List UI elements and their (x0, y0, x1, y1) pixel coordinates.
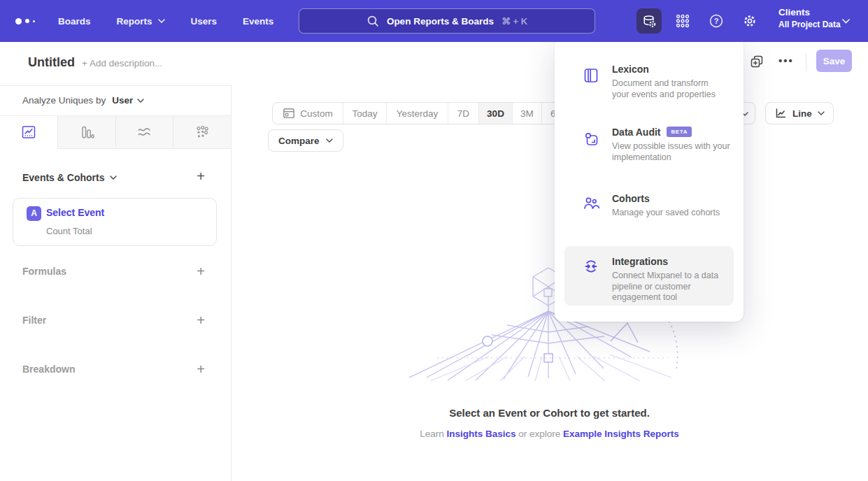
chart-style-dropdown[interactable]: Line (765, 102, 834, 124)
add-breakdown-button[interactable]: + (193, 362, 208, 376)
nav-label: Reports (117, 16, 152, 27)
global-search-input[interactable]: Open Reports & Boards ⌘ + K (299, 8, 595, 34)
line-chart-tab-icon (21, 124, 36, 140)
add-description-field[interactable]: + Add description... (82, 58, 162, 69)
empty-state-title: Select an Event or Cohort to get started… (231, 407, 868, 419)
mixpanel-logo-icon[interactable] (15, 0, 35, 42)
nav-item-reports[interactable]: Reports (117, 16, 165, 27)
example-reports-link[interactable]: Example Insights Reports (563, 429, 679, 439)
analyze-value: User (112, 95, 133, 106)
line-chart-icon (774, 107, 787, 120)
date-range-7d[interactable]: 7D (448, 103, 478, 124)
tab-line-chart[interactable] (0, 116, 57, 149)
nav-label: Boards (58, 16, 91, 27)
date-range-3m[interactable]: 3M (512, 103, 541, 124)
help-icon: ? (709, 13, 724, 29)
breakdown-section-header: Breakdown (22, 364, 75, 375)
filter-section-header: Filter (22, 315, 46, 326)
date-range-control: Custom Today Yesterday 7D 30D 3M 6M (272, 102, 573, 124)
formulas-section-header: Formulas (22, 266, 66, 277)
date-range-label: 3M (520, 108, 534, 119)
chevron-down-icon (158, 19, 165, 23)
gear-icon (742, 13, 757, 29)
empty-state-subtitle: Learn Insights Basics or explore Example… (231, 429, 868, 439)
nav-item-events[interactable]: Events (243, 16, 273, 27)
menu-item-integrations[interactable]: Integrations Connect Mixpanel to a data … (564, 246, 734, 306)
events-cohorts-header[interactable]: Events & Cohorts (22, 172, 117, 183)
calendar-icon (283, 107, 295, 120)
nav-item-boards[interactable]: Boards (58, 16, 91, 27)
data-audit-icon (583, 131, 599, 148)
menu-item-title: Data Audit (612, 127, 660, 138)
menu-item-lexicon[interactable]: Lexicon Document and transform your even… (564, 64, 734, 100)
insights-basics-link[interactable]: Insights Basics (446, 429, 515, 439)
date-range-label: Today (352, 108, 377, 119)
help-button[interactable]: ? (709, 13, 724, 29)
event-card[interactable]: A Select Event Count Total (13, 198, 217, 246)
more-options-button[interactable]: ••• (778, 55, 795, 69)
menu-item-cohorts[interactable]: Cohorts Manage your saved cohorts (564, 193, 734, 219)
search-icon (367, 15, 379, 27)
menu-item-description: Connect Mixpanel to a data pipeline or c… (612, 271, 735, 303)
explore-text: or explore (518, 429, 560, 439)
database-gear-icon (642, 14, 657, 29)
project-switcher[interactable]: Clients All Project Data (778, 7, 841, 29)
date-range-label: Custom (300, 108, 333, 119)
menu-item-description: View possible issues with your implement… (612, 141, 739, 163)
events-cohorts-label: Events & Cohorts (22, 172, 104, 183)
date-range-yesterday[interactable]: Yesterday (386, 103, 448, 124)
analyze-uniques-control[interactable]: Analyze Uniques by User (22, 95, 144, 106)
nav-label: Users (191, 16, 218, 27)
duplicate-button[interactable] (750, 55, 764, 69)
count-total-selector[interactable]: Count Total (46, 226, 92, 236)
date-range-custom[interactable]: Custom (273, 103, 343, 124)
top-navbar: Boards Reports Users Events Open Reports… (0, 0, 868, 42)
mixpanel-insights-app: Boards Reports Users Events Open Reports… (0, 0, 868, 481)
cohorts-people-icon (583, 194, 599, 211)
settings-button[interactable] (742, 13, 757, 29)
save-button[interactable]: Save (816, 50, 852, 72)
learn-text: Learn (420, 429, 444, 439)
date-range-label: Yesterday (397, 108, 439, 119)
integrations-sync-icon (583, 258, 599, 275)
chart-type-tabs (0, 115, 231, 149)
svg-text:?: ? (714, 17, 719, 25)
compare-dropdown[interactable]: Compare (268, 129, 343, 152)
chevron-down-icon (137, 99, 144, 103)
menu-item-title: Cohorts (612, 193, 734, 204)
date-range-today[interactable]: Today (343, 103, 386, 124)
sidebar-top-border (0, 85, 231, 86)
add-event-button[interactable]: + (193, 169, 208, 183)
menu-item-description: Document and transform your events and p… (612, 78, 725, 100)
select-event-button[interactable]: Select Event (46, 207, 104, 218)
analyze-label: Analyze Uniques by (22, 95, 106, 106)
menu-item-title: Integrations (612, 256, 734, 267)
nav-label: Events (243, 16, 273, 27)
chevron-down-icon (326, 138, 333, 143)
series-badge: A (27, 206, 41, 221)
date-range-label: 30D (487, 108, 504, 119)
nav-item-users[interactable]: Users (191, 16, 218, 27)
data-management-button[interactable] (636, 8, 662, 34)
chevron-down-icon (110, 175, 117, 180)
report-title[interactable]: Untitled (28, 55, 75, 70)
add-filter-button[interactable]: + (193, 313, 208, 327)
search-shortcut: ⌘ + K (501, 16, 527, 27)
tab-bar-chart[interactable] (57, 116, 115, 149)
add-formula-button[interactable]: + (193, 264, 208, 278)
org-name: Clients (778, 7, 841, 17)
tab-flow-chart[interactable] (115, 116, 173, 149)
menu-item-title: Lexicon (612, 64, 734, 75)
tab-scatter-chart[interactable] (173, 116, 231, 149)
duplicate-icon (750, 55, 764, 69)
flow-tab-icon (136, 124, 152, 140)
scatter-tab-icon (194, 124, 210, 140)
date-range-30d[interactable]: 30D (478, 103, 512, 124)
data-management-menu: Lexicon Document and transform your even… (555, 38, 744, 322)
beta-badge: BETA (667, 127, 692, 137)
project-name: All Project Data (778, 20, 841, 29)
menu-item-data-audit[interactable]: Data Audit BETA View possible issues wit… (564, 127, 734, 163)
chevron-down-icon (842, 19, 850, 24)
apps-grid-button[interactable] (675, 13, 690, 29)
sidebar-divider (231, 85, 232, 481)
